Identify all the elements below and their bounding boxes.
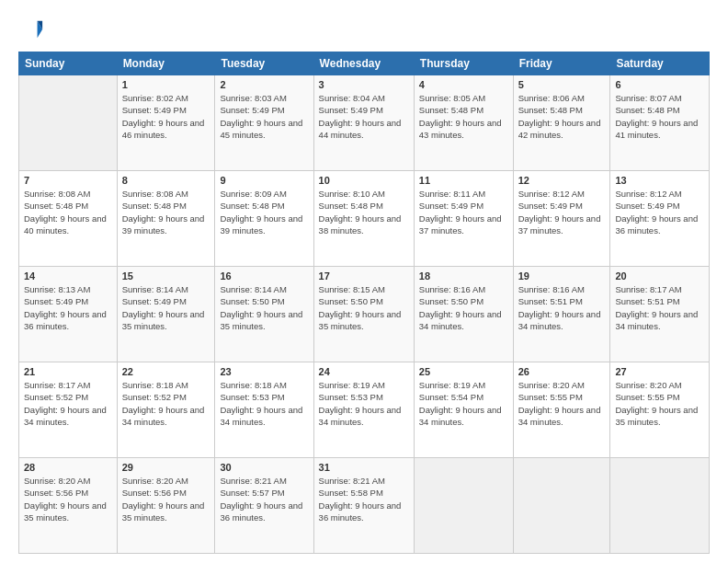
calendar-cell: 30 Sunrise: 8:21 AMSunset: 5:57 PMDaylig… — [215, 458, 313, 554]
day-number: 12 — [518, 175, 606, 186]
day-info: Sunrise: 8:13 AMSunset: 5:49 PMDaylight:… — [24, 284, 107, 331]
calendar-cell: 27 Sunrise: 8:20 AMSunset: 5:55 PMDaylig… — [610, 362, 710, 458]
day-info: Sunrise: 8:09 AMSunset: 5:48 PMDaylight:… — [220, 189, 302, 236]
calendar-cell — [19, 75, 118, 171]
day-number: 23 — [220, 366, 308, 377]
day-of-week-header: Tuesday — [215, 52, 313, 75]
calendar-cell: 12 Sunrise: 8:12 AMSunset: 5:49 PMDaylig… — [513, 171, 610, 267]
day-number: 2 — [220, 79, 308, 90]
day-number: 1 — [122, 79, 210, 90]
day-info: Sunrise: 8:20 AMSunset: 5:56 PMDaylight:… — [122, 476, 205, 523]
calendar-cell: 13 Sunrise: 8:12 AMSunset: 5:49 PMDaylig… — [610, 171, 710, 267]
day-info: Sunrise: 8:19 AMSunset: 5:54 PMDaylight:… — [419, 380, 502, 427]
day-info: Sunrise: 8:21 AMSunset: 5:57 PMDaylight:… — [220, 476, 302, 523]
calendar-cell: 8 Sunrise: 8:08 AMSunset: 5:48 PMDayligh… — [117, 171, 215, 267]
calendar-cell: 26 Sunrise: 8:20 AMSunset: 5:55 PMDaylig… — [513, 362, 610, 458]
day-number: 18 — [419, 270, 508, 282]
day-info: Sunrise: 8:11 AMSunset: 5:49 PMDaylight:… — [419, 189, 502, 236]
day-of-week-header: Monday — [117, 52, 215, 75]
day-number: 30 — [220, 462, 308, 473]
day-number: 31 — [319, 462, 409, 473]
day-info: Sunrise: 8:06 AMSunset: 5:48 PMDaylight:… — [518, 93, 601, 140]
day-info: Sunrise: 8:16 AMSunset: 5:50 PMDaylight:… — [419, 284, 502, 331]
day-info: Sunrise: 8:10 AMSunset: 5:48 PMDaylight:… — [319, 189, 402, 236]
day-number: 16 — [220, 270, 308, 282]
calendar-cell: 4 Sunrise: 8:05 AMSunset: 5:48 PMDayligh… — [414, 75, 513, 171]
day-info: Sunrise: 8:14 AMSunset: 5:50 PMDaylight:… — [220, 284, 302, 331]
day-number: 26 — [518, 366, 606, 377]
day-number: 14 — [24, 270, 112, 282]
calendar-cell: 14 Sunrise: 8:13 AMSunset: 5:49 PMDaylig… — [19, 267, 118, 362]
day-info: Sunrise: 8:16 AMSunset: 5:51 PMDaylight:… — [518, 284, 601, 331]
day-info: Sunrise: 8:20 AMSunset: 5:56 PMDaylight:… — [24, 476, 107, 523]
day-info: Sunrise: 8:15 AMSunset: 5:50 PMDaylight:… — [319, 284, 402, 331]
day-info: Sunrise: 8:08 AMSunset: 5:48 PMDaylight:… — [24, 189, 107, 236]
day-number: 13 — [615, 175, 704, 186]
day-info: Sunrise: 8:12 AMSunset: 5:49 PMDaylight:… — [615, 189, 698, 236]
day-of-week-header: Wednesday — [313, 52, 414, 75]
day-of-week-header: Sunday — [19, 52, 118, 75]
day-of-week-header: Saturday — [610, 52, 710, 75]
day-info: Sunrise: 8:12 AMSunset: 5:49 PMDaylight:… — [518, 189, 601, 236]
day-number: 11 — [419, 175, 508, 186]
day-number: 27 — [615, 366, 704, 377]
day-info: Sunrise: 8:18 AMSunset: 5:53 PMDaylight:… — [220, 380, 302, 427]
calendar-cell: 21 Sunrise: 8:17 AMSunset: 5:52 PMDaylig… — [19, 362, 118, 458]
day-number: 15 — [122, 270, 210, 282]
calendar-cell: 9 Sunrise: 8:09 AMSunset: 5:48 PMDayligh… — [215, 171, 313, 267]
calendar-cell: 24 Sunrise: 8:19 AMSunset: 5:53 PMDaylig… — [313, 362, 414, 458]
day-info: Sunrise: 8:03 AMSunset: 5:49 PMDaylight:… — [220, 93, 302, 140]
calendar-cell: 19 Sunrise: 8:16 AMSunset: 5:51 PMDaylig… — [513, 267, 610, 362]
day-number: 24 — [319, 366, 409, 377]
day-number: 3 — [319, 79, 409, 90]
calendar-cell: 20 Sunrise: 8:17 AMSunset: 5:51 PMDaylig… — [610, 267, 710, 362]
header — [18, 17, 710, 42]
day-info: Sunrise: 8:05 AMSunset: 5:48 PMDaylight:… — [419, 93, 502, 140]
calendar-cell: 2 Sunrise: 8:03 AMSunset: 5:49 PMDayligh… — [215, 75, 313, 171]
calendar-cell: 22 Sunrise: 8:18 AMSunset: 5:52 PMDaylig… — [117, 362, 215, 458]
page: SundayMondayTuesdayWednesdayThursdayFrid… — [0, 0, 728, 563]
calendar-cell: 18 Sunrise: 8:16 AMSunset: 5:50 PMDaylig… — [414, 267, 513, 362]
day-number: 25 — [419, 366, 508, 377]
calendar-cell: 7 Sunrise: 8:08 AMSunset: 5:48 PMDayligh… — [19, 171, 118, 267]
calendar-cell: 16 Sunrise: 8:14 AMSunset: 5:50 PMDaylig… — [215, 267, 313, 362]
calendar-cell: 29 Sunrise: 8:20 AMSunset: 5:56 PMDaylig… — [117, 458, 215, 554]
day-info: Sunrise: 8:07 AMSunset: 5:48 PMDaylight:… — [615, 93, 698, 140]
calendar-cell: 31 Sunrise: 8:21 AMSunset: 5:58 PMDaylig… — [313, 458, 414, 554]
day-number: 20 — [615, 270, 704, 282]
day-info: Sunrise: 8:08 AMSunset: 5:48 PMDaylight:… — [122, 189, 205, 236]
day-info: Sunrise: 8:21 AMSunset: 5:58 PMDaylight:… — [319, 476, 402, 523]
day-number: 5 — [518, 79, 606, 90]
calendar-cell: 1 Sunrise: 8:02 AMSunset: 5:49 PMDayligh… — [117, 75, 215, 171]
day-number: 29 — [122, 462, 210, 473]
day-number: 17 — [319, 270, 409, 282]
day-of-week-header: Friday — [513, 52, 610, 75]
day-of-week-header: Thursday — [414, 52, 513, 75]
calendar-cell: 5 Sunrise: 8:06 AMSunset: 5:48 PMDayligh… — [513, 75, 610, 171]
day-info: Sunrise: 8:02 AMSunset: 5:49 PMDaylight:… — [122, 93, 205, 140]
calendar-cell: 11 Sunrise: 8:11 AMSunset: 5:49 PMDaylig… — [414, 171, 513, 267]
calendar-cell: 17 Sunrise: 8:15 AMSunset: 5:50 PMDaylig… — [313, 267, 414, 362]
calendar-cell — [414, 458, 513, 554]
day-number: 19 — [518, 270, 606, 282]
day-number: 21 — [24, 366, 112, 377]
calendar-table: SundayMondayTuesdayWednesdayThursdayFrid… — [18, 52, 710, 554]
day-number: 8 — [122, 175, 210, 186]
day-number: 28 — [24, 462, 112, 473]
calendar-cell — [610, 458, 710, 554]
calendar-cell: 15 Sunrise: 8:14 AMSunset: 5:49 PMDaylig… — [117, 267, 215, 362]
calendar-cell: 3 Sunrise: 8:04 AMSunset: 5:49 PMDayligh… — [313, 75, 414, 171]
day-number: 10 — [319, 175, 409, 186]
calendar-cell: 6 Sunrise: 8:07 AMSunset: 5:48 PMDayligh… — [610, 75, 710, 171]
day-info: Sunrise: 8:14 AMSunset: 5:49 PMDaylight:… — [122, 284, 205, 331]
calendar-cell: 10 Sunrise: 8:10 AMSunset: 5:48 PMDaylig… — [313, 171, 414, 267]
day-info: Sunrise: 8:17 AMSunset: 5:52 PMDaylight:… — [24, 380, 107, 427]
day-info: Sunrise: 8:20 AMSunset: 5:55 PMDaylight:… — [615, 380, 698, 427]
day-number: 6 — [615, 79, 704, 90]
logo — [18, 17, 48, 42]
calendar-cell: 23 Sunrise: 8:18 AMSunset: 5:53 PMDaylig… — [215, 362, 313, 458]
day-info: Sunrise: 8:18 AMSunset: 5:52 PMDaylight:… — [122, 380, 205, 427]
calendar-cell: 25 Sunrise: 8:19 AMSunset: 5:54 PMDaylig… — [414, 362, 513, 458]
day-number: 22 — [122, 366, 210, 377]
day-number: 7 — [24, 175, 112, 186]
